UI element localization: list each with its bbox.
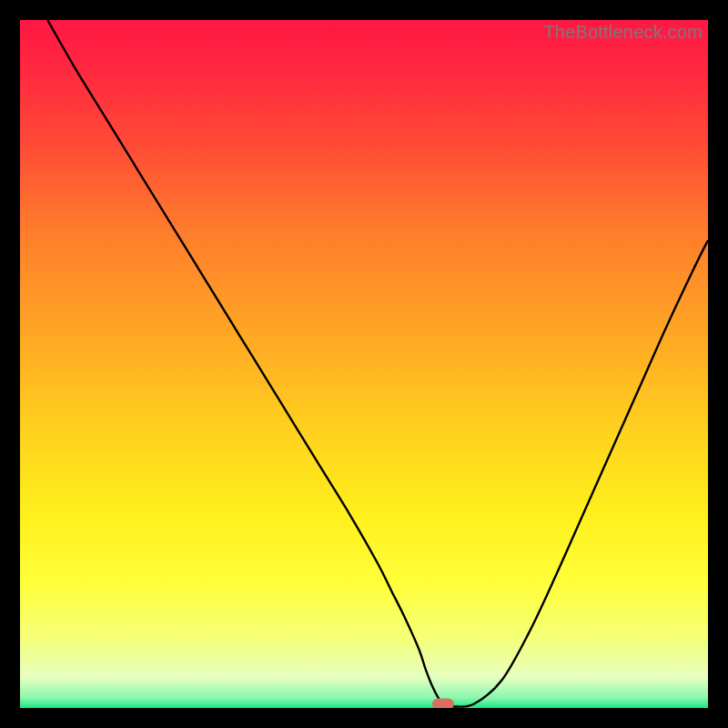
- chart-background: [20, 20, 708, 708]
- bottleneck-chart: [20, 20, 708, 708]
- watermark-label: TheBottleneck.com: [543, 22, 703, 43]
- bottleneck-marker: [432, 698, 454, 708]
- chart-frame: TheBottleneck.com: [20, 20, 708, 708]
